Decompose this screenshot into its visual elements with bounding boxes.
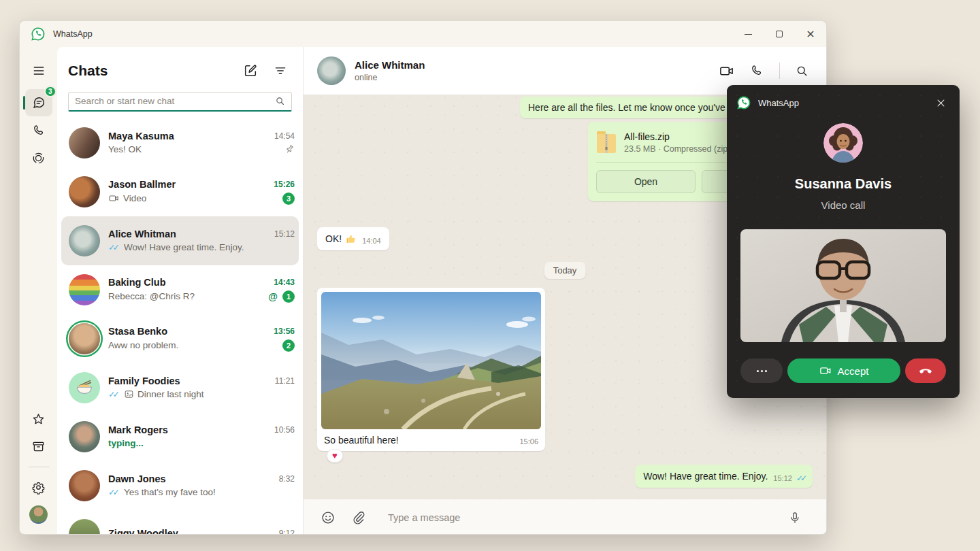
chat-time: 15:12 [274, 229, 295, 239]
chat-name: Mark Rogers [108, 424, 168, 435]
close-icon [936, 98, 946, 108]
titlebar[interactable]: WhatsApp × [20, 21, 826, 47]
online-status: online [355, 73, 425, 82]
chat-name: Alice Whitman [108, 229, 176, 239]
chat-name: Stasa Benko [108, 326, 167, 337]
avatar [69, 421, 100, 452]
noodle-bowl-icon [74, 378, 95, 398]
chat-name: Dawn Jones [108, 473, 166, 484]
rail-divider [29, 467, 49, 467]
read-receipt-icon: ✓✓ [108, 242, 117, 252]
sidebar-item-chats[interactable]: 3 [25, 89, 52, 116]
chat-preview: Video [108, 193, 146, 204]
gear-icon [31, 480, 46, 495]
menu-button[interactable] [25, 57, 52, 84]
avatar [69, 274, 100, 305]
chat-name: Jason Ballmer [108, 179, 176, 190]
content-area: Chats [57, 47, 826, 535]
file-meta: 23.5 MB · Compressed (zipp [624, 144, 732, 154]
video-message-icon [108, 193, 120, 204]
search-in-chat-button[interactable] [796, 65, 808, 78]
sidebar-item-starred[interactable] [25, 405, 52, 433]
incoming-message-ok: OK! 14:04 [317, 227, 389, 250]
video-call-icon [719, 63, 734, 79]
heart-reaction[interactable]: ♥ [327, 449, 343, 463]
call-more-options-button[interactable] [740, 358, 783, 383]
archive-icon [31, 439, 46, 454]
sidebar-item-profile[interactable] [25, 501, 52, 528]
sidebar-item-archived[interactable] [25, 433, 52, 460]
read-receipt-icon: ✓✓ [108, 487, 117, 497]
voice-call-button[interactable] [750, 64, 764, 78]
unread-badge: 2 [282, 339, 295, 352]
mountain-photo [321, 292, 541, 429]
filter-chats-button[interactable] [272, 62, 289, 80]
avatar [69, 225, 100, 256]
chat-time: 10:56 [274, 425, 295, 435]
file-open-button[interactable]: Open [596, 170, 696, 193]
maximize-button[interactable] [764, 21, 795, 47]
chat-name: Maya Kasuma [108, 131, 174, 141]
message-input[interactable] [388, 512, 776, 523]
sidebar-item-settings[interactable] [25, 473, 52, 501]
sidebar-item-status[interactable] [25, 144, 52, 171]
chat-preview: ✓✓ Dinner last night [108, 389, 204, 399]
filter-icon [274, 64, 287, 78]
sidebar-item-calls[interactable] [25, 117, 52, 144]
video-call-button[interactable] [719, 63, 734, 79]
chat-row-family-foodies[interactable]: Family Foodies11:21 ✓✓ Dinner last night [61, 363, 299, 412]
chats-title: Chats [68, 63, 229, 79]
call-type: Video call [727, 199, 960, 211]
chat-row-alice-whitman[interactable]: Alice Whitman15:12 ✓✓Wow! Have great tim… [61, 216, 299, 265]
chat-preview: Rebecca: @Chris R? [108, 291, 195, 301]
video-camera-icon [819, 365, 832, 377]
close-button[interactable]: × [795, 21, 826, 47]
chat-row-ziggy-woodley[interactable]: Ziggy Woodley9:12 [61, 510, 299, 535]
chat-preview: ✓✓Wow! Have great time. Enjoy. [108, 242, 244, 252]
self-video-frame [740, 229, 946, 342]
chat-time: 13:56 [274, 327, 295, 336]
caller-name: Susanna Davis [727, 176, 960, 192]
star-icon [31, 412, 46, 427]
status-icon [31, 151, 46, 165]
new-chat-button[interactable] [242, 62, 259, 80]
header-divider [779, 63, 780, 79]
whatsapp-window: WhatsApp × 3 [19, 20, 827, 535]
chat-row-jason-ballmer[interactable]: Jason Ballmer15:26 Video 3 [61, 167, 299, 216]
chat-time: 14:43 [274, 278, 295, 287]
search-input[interactable] [75, 96, 275, 106]
accept-call-button[interactable]: Accept [787, 358, 900, 383]
chat-row-mark-rogers[interactable]: Mark Rogers10:56 typing... [61, 412, 299, 461]
chat-row-dawn-jones[interactable]: Dawn Jones8:32 ✓✓Yes that's my fave too! [61, 461, 299, 510]
photo-message[interactable]: So beautiful here! 15:06 [317, 288, 545, 451]
emoji-button[interactable] [317, 510, 339, 525]
whatsapp-logo-icon [736, 95, 751, 110]
chat-row-maya-kasuma[interactable]: Maya Kasuma14:54 Yes! OK [61, 118, 299, 167]
read-receipt-icon: ✓✓ [108, 389, 117, 399]
phone-down-icon [918, 363, 933, 378]
chat-time: 8:32 [279, 474, 295, 484]
chat-row-baking-club[interactable]: Baking Club14:43 Rebecca: @Chris R? @1 [61, 265, 299, 314]
unread-badge: 3 [282, 193, 295, 205]
typing-indicator: typing... [108, 438, 144, 448]
file-name: All-files.zip [624, 131, 732, 142]
dismiss-call-button[interactable] [931, 93, 950, 112]
incoming-call-popup: WhatsApp Susanna Davis Video call [727, 85, 960, 398]
chat-time: 9:12 [279, 529, 295, 535]
minimize-button[interactable] [732, 21, 764, 47]
chat-row-stasa-benko[interactable]: Stasa Benko13:56 Aww no problem. 2 [61, 314, 299, 363]
attach-button[interactable] [347, 510, 369, 524]
chat-preview: ✓✓Yes that's my fave too! [108, 487, 216, 497]
thumbs-up-emoji [346, 233, 357, 244]
chats-icon [31, 95, 46, 110]
paperclip-icon [351, 510, 365, 524]
conversation-avatar [317, 56, 346, 85]
whatsapp-logo-icon [31, 27, 46, 41]
voice-record-button[interactable] [784, 510, 806, 525]
message-time: 15:06 [519, 437, 538, 446]
heart-icon: ♥ [332, 450, 338, 461]
decline-call-button[interactable] [905, 358, 946, 383]
window-title: WhatsApp [53, 29, 93, 39]
message-time: 15:12 [773, 474, 792, 482]
new-chat-icon [243, 63, 258, 78]
